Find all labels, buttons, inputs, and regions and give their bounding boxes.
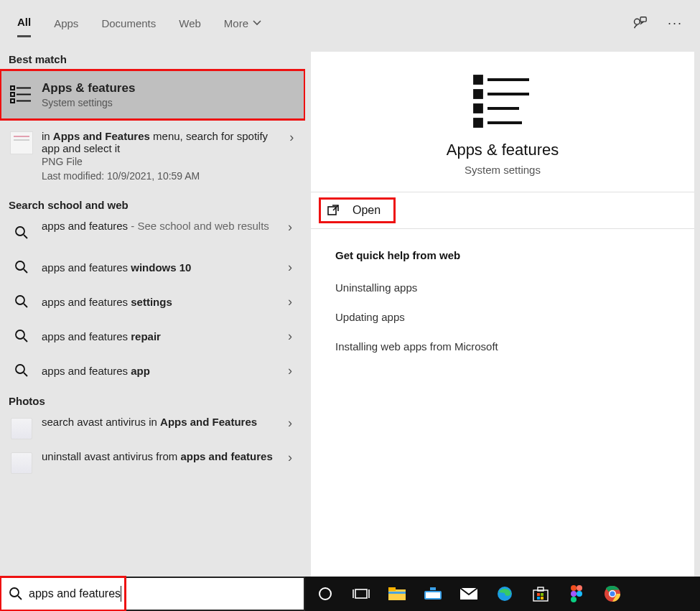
svg-rect-22 [475,105,482,112]
svg-point-50 [577,591,582,597]
svg-point-8 [16,227,24,235]
tab-documents[interactable]: Documents [101,10,156,37]
file-explorer-icon[interactable] [386,582,409,605]
result-web-4[interactable]: apps and features app › [0,353,305,388]
svg-rect-6 [11,99,14,103]
svg-rect-24 [475,119,482,126]
png-file-icon [9,130,34,156]
svg-point-49 [571,591,577,597]
result-photo-1[interactable]: uninstall avast antivirus from apps and … [0,446,305,480]
photo-1-text: uninstall avast antivirus from apps and … [42,450,282,462]
web-3-text: apps and features repair [42,330,282,342]
svg-point-47 [571,585,577,591]
preview-title: Apps & features [447,141,559,159]
svg-rect-46 [541,597,543,600]
svg-rect-18 [475,76,482,83]
result-photo-0[interactable]: search avast antivirus in Apps and Featu… [0,411,305,446]
svg-point-10 [16,261,24,270]
svg-line-17 [24,373,27,376]
result-best-match[interactable]: Apps & features System settings [0,70,305,120]
task-view-icon[interactable] [350,582,373,605]
image-icon [9,416,34,442]
search-icon [9,323,34,349]
figma-icon[interactable] [565,582,588,605]
chevron-right-icon: › [282,363,298,378]
svg-line-13 [24,304,27,307]
search-icon [9,220,34,246]
svg-line-15 [24,338,27,342]
svg-rect-35 [388,592,406,594]
svg-rect-4 [11,93,14,96]
result-web-0[interactable]: apps and features - See school and web r… [0,215,305,250]
svg-rect-20 [475,90,482,98]
search-tabbar: All Apps Documents Web More ··· [0,0,700,46]
svg-point-54 [610,591,615,596]
svg-rect-43 [537,593,540,596]
preview-panel: Apps & features System settings Open Get… [305,46,700,577]
svg-point-0 [634,19,640,24]
search-icon [9,254,34,280]
result-web-2[interactable]: apps and features settings › [0,284,305,319]
search-box[interactable]: apps and features [0,577,305,611]
preview-subtitle: System settings [465,164,541,176]
svg-point-16 [16,365,24,373]
web-4-text: apps and features app [42,365,282,377]
image-icon [9,450,34,476]
more-options-icon[interactable]: ··· [668,16,683,31]
microsoft-store-icon[interactable] [529,582,552,605]
help-link-1[interactable]: Updating apps [335,302,670,332]
svg-rect-37 [426,592,440,598]
feedback-icon[interactable] [632,15,648,31]
section-search-web: Search school and web [0,192,305,215]
result-web-1[interactable]: apps and features windows 10 › [0,250,305,284]
section-photos: Photos [0,388,305,411]
svg-point-48 [577,585,582,591]
tab-web[interactable]: Web [179,10,201,37]
svg-rect-1 [640,17,646,22]
chevron-right-icon: › [282,260,298,275]
cortana-icon[interactable] [314,582,337,605]
search-icon [9,289,34,314]
svg-rect-2 [11,86,14,90]
web-1-text: apps and features windows 10 [42,261,282,274]
chevron-down-icon [253,19,261,27]
tab-more-label: More [224,17,248,29]
file-modified: Last modified: 10/9/2021, 10:59 AM [42,170,286,182]
svg-rect-33 [388,589,406,600]
keyboard-icon[interactable] [421,582,444,605]
tab-more[interactable]: More [224,10,261,37]
file-type: PNG File [42,156,286,167]
svg-point-29 [319,588,331,600]
tab-all[interactable]: All [17,9,31,37]
apps-features-icon [9,82,34,108]
mail-icon[interactable] [457,582,480,605]
result-file[interactable]: in Apps and Features menu, search for sp… [0,120,305,192]
chevron-right-icon: › [282,329,298,344]
chevron-right-icon: › [282,220,298,235]
tab-apps[interactable]: Apps [54,10,78,37]
search-icon [9,358,34,383]
open-button[interactable]: Open [321,200,393,221]
photo-0-text: search avast antivirus in Apps and Featu… [42,416,282,428]
web-0-text: apps and features - See school and web r… [42,220,282,232]
chrome-icon[interactable] [601,582,624,605]
chevron-right-icon: › [286,130,298,145]
best-match-subtitle: System settings [42,97,298,108]
edge-icon[interactable] [493,582,516,605]
apps-features-large-icon [472,72,533,128]
svg-rect-38 [430,587,436,590]
svg-point-51 [571,597,577,602]
result-web-3[interactable]: apps and features repair › [0,319,305,353]
svg-rect-45 [537,597,540,600]
chevron-right-icon: › [282,294,298,309]
svg-line-11 [24,269,27,273]
help-link-2[interactable]: Installing web apps from Microsoft [335,332,670,361]
svg-point-14 [16,330,24,339]
open-icon [327,204,340,217]
svg-rect-44 [541,593,543,596]
help-heading: Get quick help from web [335,249,670,261]
open-label: Open [353,204,381,217]
results-panel: Best match Apps & features System settin… [0,46,305,577]
chevron-right-icon: › [282,450,298,465]
help-link-0[interactable]: Uninstalling apps [335,273,670,302]
